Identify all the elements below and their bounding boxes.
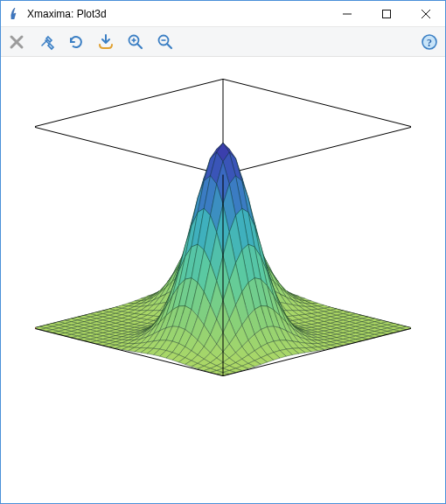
save-icon[interactable] (95, 32, 116, 52)
titlebar: Xmaxima: Plot3d (1, 1, 445, 27)
toolbar: ? (1, 27, 445, 57)
svg-line-11 (167, 44, 171, 48)
zoom-in-icon[interactable] (125, 32, 146, 52)
svg-rect-1 (382, 10, 390, 18)
close-window-button[interactable] (406, 1, 445, 27)
help-icon[interactable]: ? (419, 32, 440, 52)
svg-line-23 (35, 127, 223, 175)
replot-icon[interactable] (66, 32, 87, 52)
zoom-out-icon[interactable] (155, 32, 176, 52)
plot-area[interactable] (1, 57, 445, 503)
svg-line-18 (223, 79, 411, 127)
window-title: Xmaxima: Plot3d (27, 8, 327, 20)
minimize-button[interactable] (327, 1, 366, 27)
svg-line-22 (223, 127, 411, 175)
svg-text:?: ? (427, 36, 432, 48)
app-icon (8, 7, 22, 21)
config-icon[interactable] (36, 32, 57, 52)
svg-line-19 (35, 79, 223, 127)
maximize-button[interactable] (366, 1, 406, 27)
svg-line-7 (137, 44, 142, 48)
surface-plot (35, 70, 411, 490)
close-icon[interactable] (6, 32, 27, 52)
window-controls (327, 1, 445, 27)
